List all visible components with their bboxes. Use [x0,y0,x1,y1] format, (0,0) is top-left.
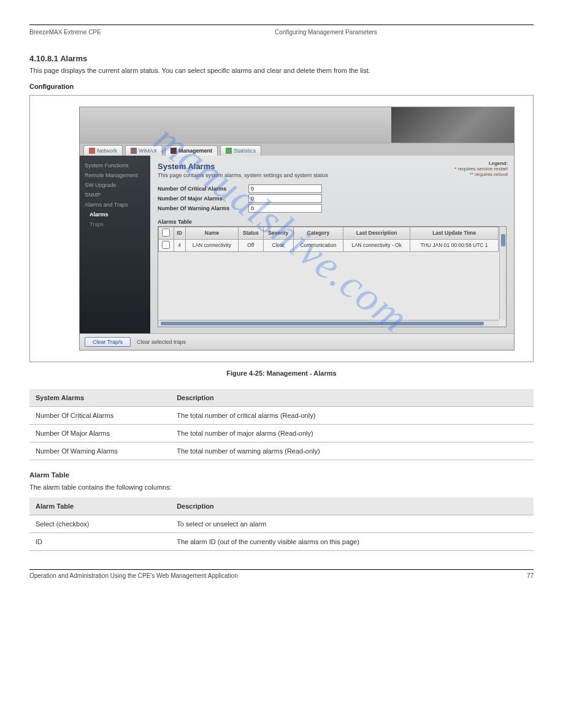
app-window: NetworkWiMAXManagementStatistics System … [79,107,515,351]
cell: LAN connectivity - Ok [343,239,410,251]
alarm-count-input [248,194,322,203]
figure-caption: Figure 4-25: Management - Alarms [29,370,534,377]
alarm-table-intro: The alarm table contains the following c… [29,482,534,493]
info-cell: The total number of major alarms (Read-o… [170,424,534,442]
select-all-checkbox[interactable] [162,229,170,237]
alarms-table: IDNameStatusSeverityCategoryLast Descrip… [158,227,499,252]
tab-network[interactable]: Network [83,145,123,156]
banner [80,107,514,143]
tab-label: Management [178,148,212,154]
row-checkbox[interactable] [162,241,170,249]
system-alarms-info-table: System AlarmsDescriptionNumber Of Critic… [29,389,534,460]
section-paragraph: This page displays the current alarm sta… [29,66,534,77]
info-cell: Select (checkbox) [29,515,170,533]
sidebar: System FunctionsRemote ManagementSW Upgr… [80,156,150,333]
footer-page-number: 77 [527,572,534,579]
sidebar-item-snmp[interactable]: SNMP [83,190,147,200]
tab-label: WiMAX [139,148,157,154]
info-cell: ID [29,533,170,551]
section-number: 4.10.8.1 [29,54,58,63]
section-title: Alarms [60,54,87,63]
tab-label: Statistics [234,148,256,154]
info-cell: Number Of Major Alarms [29,424,170,442]
network-icon [89,148,95,154]
tab-label: Network [97,148,117,154]
sidebar-item-sw-upgrade[interactable]: SW Upgrade [83,180,147,190]
legend-reboot: ** requires reboot [454,172,508,177]
column-header: Last Description [343,227,410,239]
column-header: Last Update Time [410,227,499,239]
sidebar-item-system-functions[interactable]: System Functions [83,161,147,170]
footer-left: Operation and Administration Using the C… [29,572,238,579]
info-cell: Number Of Warning Alarms [29,442,170,460]
info-cell: Number Of Critical Alarms [29,406,170,424]
content-panel: Legend: * requires service restart ** re… [150,156,514,333]
wimax-icon [131,148,137,154]
alarm-count-input [248,184,322,193]
cell: LAN connectivity [185,239,238,251]
info-header: Description [170,498,534,515]
sidebar-item-alarms-and-traps[interactable]: Alarms and Traps [83,200,147,210]
info-cell: The alarm ID (out of the currently visib… [170,533,534,551]
column-header: Name [185,227,238,239]
alarms-table-wrap: IDNameStatusSeverityCategoryLast Descrip… [158,226,507,327]
cell: 4 [174,239,185,251]
alarms-table-title: Alarms Table [158,219,507,225]
alarm-table-info-table: Alarm TableDescriptionSelect (checkbox)T… [29,498,534,551]
clear-traps-button[interactable]: Clear Trap/s [85,337,131,347]
legend: Legend: * requires service restart ** re… [454,161,508,177]
alarm-table-subhead: Alarm Table [29,471,534,479]
field-label: Number Of Major Alarms [158,195,243,202]
cell [159,239,174,251]
header-product-line: BreezeMAX Extreme CPE [29,29,101,36]
alarm-count-input [248,204,322,213]
statistics-icon [226,148,232,154]
cell: THU JAN 01 00:00:58 UTC 1 [410,239,499,251]
cell: Communication [293,239,343,251]
field-row: Number Of Critical Alarms [158,184,507,193]
action-bar: Clear Trap/s Clear selected traps [80,333,514,350]
info-row: Number Of Major AlarmsThe total number o… [29,424,534,442]
info-row: Number Of Critical AlarmsThe total numbe… [29,406,534,424]
banner-graphic [391,107,514,143]
table-row: 4LAN connectivityOffClearCommunicationLA… [159,239,499,251]
sidebar-item-remote-management[interactable]: Remote Management [83,170,147,180]
info-header: System Alarms [29,389,170,407]
column-header: ID [174,227,185,239]
info-cell: The total number of warning alarms (Read… [170,442,534,460]
tab-wimax[interactable]: WiMAX [125,145,163,156]
screenshot-container: NetworkWiMAXManagementStatistics System … [29,95,534,362]
column-header: Status [239,227,264,239]
cell: Off [239,239,264,251]
legend-restart: * requires service restart [454,166,508,172]
info-row: Number Of Warning AlarmsThe total number… [29,442,534,460]
info-cell: To select or unselect an alarm [170,515,534,533]
header-chapter: Configuring Management Parameters [275,29,377,36]
column-header: Severity [263,227,293,239]
info-cell: The total number of critical alarms (Rea… [170,406,534,424]
info-header: Description [170,389,534,407]
management-icon [170,148,177,154]
info-row: Select (checkbox)To select or unselect a… [29,515,534,533]
cell: Clear [263,239,293,251]
column-header [159,227,174,239]
field-label: Number Of Critical Alarms [158,186,243,192]
sidebar-item-traps[interactable]: Traps [83,219,147,229]
info-header: Alarm Table [29,498,170,515]
field-row: Number Of Major Alarms [158,194,507,203]
action-help-text: Clear selected traps [137,339,186,345]
vertical-scrollbar[interactable] [499,227,506,319]
tab-bar: NetworkWiMAXManagementStatistics [80,143,514,156]
field-row: Number Of Warning Alarms [158,204,507,213]
configuration-label: Configuration [29,83,534,90]
sidebar-item-alarms[interactable]: Alarms [83,210,147,219]
field-label: Number Of Warning Alarms [158,205,243,211]
horizontal-scrollbar[interactable] [158,320,499,327]
info-row: IDThe alarm ID (out of the currently vis… [29,533,534,551]
column-header: Category [293,227,343,239]
legend-title: Legend: [454,161,508,166]
tab-management[interactable]: Management [165,145,218,156]
tab-statistics[interactable]: Statistics [220,145,261,156]
